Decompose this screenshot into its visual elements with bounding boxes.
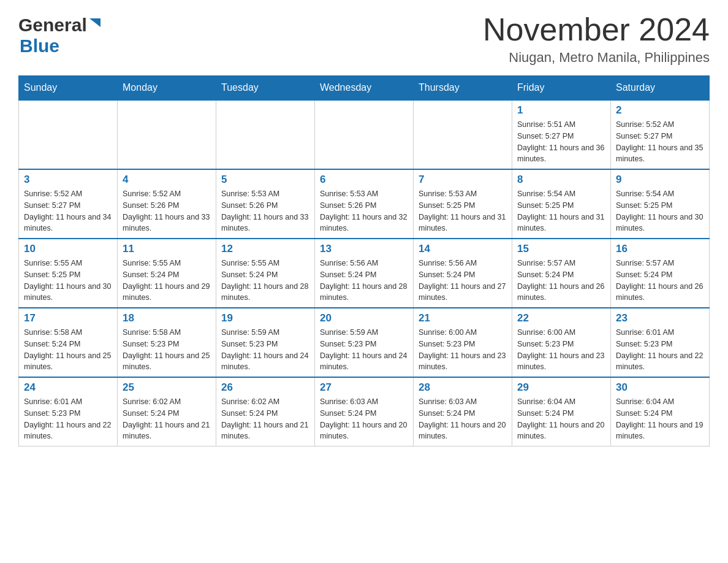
header-saturday: Saturday	[611, 76, 710, 101]
week-row-5: 24Sunrise: 6:01 AM Sunset: 5:23 PM Dayli…	[19, 377, 710, 446]
calendar-cell: 18Sunrise: 5:58 AM Sunset: 5:23 PM Dayli…	[118, 308, 216, 377]
calendar-cell: 23Sunrise: 6:01 AM Sunset: 5:23 PM Dayli…	[611, 308, 710, 377]
svg-marker-0	[89, 18, 100, 27]
logo-blue-text: Blue	[20, 36, 59, 56]
day-number: 18	[123, 312, 211, 324]
day-info: Sunrise: 6:03 AM Sunset: 5:24 PM Dayligh…	[419, 396, 507, 442]
calendar-cell: 13Sunrise: 5:56 AM Sunset: 5:24 PM Dayli…	[315, 239, 414, 308]
calendar-cell: 8Sunrise: 5:54 AM Sunset: 5:25 PM Daylig…	[512, 169, 611, 239]
calendar-cell: 9Sunrise: 5:54 AM Sunset: 5:25 PM Daylig…	[611, 169, 710, 239]
day-number: 23	[616, 312, 704, 324]
calendar-cell: 2Sunrise: 5:52 AM Sunset: 5:27 PM Daylig…	[611, 100, 710, 169]
calendar-header-row: Sunday Monday Tuesday Wednesday Thursday…	[19, 76, 710, 101]
calendar-cell: 29Sunrise: 6:04 AM Sunset: 5:24 PM Dayli…	[512, 377, 611, 446]
calendar-cell: 25Sunrise: 6:02 AM Sunset: 5:24 PM Dayli…	[118, 377, 216, 446]
day-number: 2	[616, 104, 704, 117]
day-info: Sunrise: 6:00 AM Sunset: 5:23 PM Dayligh…	[419, 327, 507, 373]
day-number: 21	[419, 312, 507, 324]
day-number: 15	[517, 243, 605, 255]
day-number: 5	[221, 174, 309, 186]
header-tuesday: Tuesday	[216, 76, 315, 101]
week-row-3: 10Sunrise: 5:55 AM Sunset: 5:25 PM Dayli…	[19, 239, 710, 308]
calendar-cell: 14Sunrise: 5:56 AM Sunset: 5:24 PM Dayli…	[414, 239, 512, 308]
day-info: Sunrise: 5:59 AM Sunset: 5:23 PM Dayligh…	[221, 327, 309, 373]
day-info: Sunrise: 5:55 AM Sunset: 5:24 PM Dayligh…	[221, 258, 309, 304]
header-sunday: Sunday	[19, 76, 118, 101]
calendar-cell: 19Sunrise: 5:59 AM Sunset: 5:23 PM Dayli…	[216, 308, 315, 377]
calendar-cell: 17Sunrise: 5:58 AM Sunset: 5:24 PM Dayli…	[19, 308, 118, 377]
calendar-cell: 10Sunrise: 5:55 AM Sunset: 5:25 PM Dayli…	[19, 239, 118, 308]
month-title: November 2024	[483, 12, 710, 47]
day-number: 4	[123, 174, 211, 186]
calendar-cell: 26Sunrise: 6:02 AM Sunset: 5:24 PM Dayli…	[216, 377, 315, 446]
calendar-cell: 15Sunrise: 5:57 AM Sunset: 5:24 PM Dayli…	[512, 239, 611, 308]
page-header: General Blue November 2024 Niugan, Metro…	[18, 12, 710, 66]
week-row-1: 1Sunrise: 5:51 AM Sunset: 5:27 PM Daylig…	[19, 100, 710, 169]
day-info: Sunrise: 5:53 AM Sunset: 5:26 PM Dayligh…	[320, 188, 408, 234]
calendar-cell: 30Sunrise: 6:04 AM Sunset: 5:24 PM Dayli…	[611, 377, 710, 446]
calendar-cell: 5Sunrise: 5:53 AM Sunset: 5:26 PM Daylig…	[216, 169, 315, 239]
logo-general-text: General	[18, 15, 87, 36]
calendar-cell: 22Sunrise: 6:00 AM Sunset: 5:23 PM Dayli…	[512, 308, 611, 377]
header-wednesday: Wednesday	[315, 76, 414, 101]
calendar-cell	[118, 100, 216, 169]
day-number: 29	[517, 381, 605, 394]
calendar-cell: 12Sunrise: 5:55 AM Sunset: 5:24 PM Dayli…	[216, 239, 315, 308]
day-info: Sunrise: 6:02 AM Sunset: 5:24 PM Dayligh…	[123, 396, 211, 442]
day-info: Sunrise: 6:03 AM Sunset: 5:24 PM Dayligh…	[320, 396, 408, 442]
header-thursday: Thursday	[414, 76, 512, 101]
day-info: Sunrise: 5:56 AM Sunset: 5:24 PM Dayligh…	[320, 258, 408, 304]
logo-arrow-icon	[88, 17, 102, 31]
day-info: Sunrise: 5:54 AM Sunset: 5:25 PM Dayligh…	[517, 188, 605, 234]
calendar-cell	[414, 100, 512, 169]
day-info: Sunrise: 6:00 AM Sunset: 5:23 PM Dayligh…	[517, 327, 605, 373]
logo: General Blue	[18, 12, 102, 56]
day-number: 19	[221, 312, 309, 324]
day-info: Sunrise: 6:02 AM Sunset: 5:24 PM Dayligh…	[221, 396, 309, 442]
day-number: 1	[517, 104, 605, 117]
day-number: 7	[419, 174, 507, 186]
day-info: Sunrise: 5:55 AM Sunset: 5:25 PM Dayligh…	[24, 258, 112, 304]
calendar-cell: 27Sunrise: 6:03 AM Sunset: 5:24 PM Dayli…	[315, 377, 414, 446]
calendar-cell: 21Sunrise: 6:00 AM Sunset: 5:23 PM Dayli…	[414, 308, 512, 377]
day-info: Sunrise: 5:54 AM Sunset: 5:25 PM Dayligh…	[616, 188, 704, 234]
calendar-cell: 3Sunrise: 5:52 AM Sunset: 5:27 PM Daylig…	[19, 169, 118, 239]
calendar-cell: 28Sunrise: 6:03 AM Sunset: 5:24 PM Dayli…	[414, 377, 512, 446]
day-info: Sunrise: 6:01 AM Sunset: 5:23 PM Dayligh…	[24, 396, 112, 442]
day-number: 30	[616, 381, 704, 394]
week-row-2: 3Sunrise: 5:52 AM Sunset: 5:27 PM Daylig…	[19, 169, 710, 239]
header-friday: Friday	[512, 76, 611, 101]
day-info: Sunrise: 5:53 AM Sunset: 5:25 PM Dayligh…	[419, 188, 507, 234]
calendar-cell: 7Sunrise: 5:53 AM Sunset: 5:25 PM Daylig…	[414, 169, 512, 239]
day-info: Sunrise: 5:51 AM Sunset: 5:27 PM Dayligh…	[517, 119, 605, 165]
day-info: Sunrise: 6:04 AM Sunset: 5:24 PM Dayligh…	[517, 396, 605, 442]
calendar-cell	[19, 100, 118, 169]
calendar-cell	[315, 100, 414, 169]
day-number: 17	[24, 312, 112, 324]
day-info: Sunrise: 5:55 AM Sunset: 5:24 PM Dayligh…	[123, 258, 211, 304]
calendar-cell: 1Sunrise: 5:51 AM Sunset: 5:27 PM Daylig…	[512, 100, 611, 169]
calendar-cell	[216, 100, 315, 169]
day-number: 3	[24, 174, 112, 186]
day-number: 24	[24, 381, 112, 394]
calendar-table: Sunday Monday Tuesday Wednesday Thursday…	[18, 75, 710, 446]
day-info: Sunrise: 5:57 AM Sunset: 5:24 PM Dayligh…	[517, 258, 605, 304]
day-info: Sunrise: 5:56 AM Sunset: 5:24 PM Dayligh…	[419, 258, 507, 304]
calendar-cell: 20Sunrise: 5:59 AM Sunset: 5:23 PM Dayli…	[315, 308, 414, 377]
day-info: Sunrise: 5:52 AM Sunset: 5:27 PM Dayligh…	[24, 188, 112, 234]
title-area: November 2024 Niugan, Metro Manila, Phil…	[483, 12, 710, 66]
day-info: Sunrise: 5:53 AM Sunset: 5:26 PM Dayligh…	[221, 188, 309, 234]
header-monday: Monday	[118, 76, 216, 101]
day-number: 10	[24, 243, 112, 255]
day-number: 12	[221, 243, 309, 255]
day-number: 16	[616, 243, 704, 255]
day-number: 11	[123, 243, 211, 255]
calendar-cell: 24Sunrise: 6:01 AM Sunset: 5:23 PM Dayli…	[19, 377, 118, 446]
day-number: 8	[517, 174, 605, 186]
day-number: 13	[320, 243, 408, 255]
day-number: 27	[320, 381, 408, 394]
day-number: 22	[517, 312, 605, 324]
day-info: Sunrise: 5:58 AM Sunset: 5:23 PM Dayligh…	[123, 327, 211, 373]
day-info: Sunrise: 6:04 AM Sunset: 5:24 PM Dayligh…	[616, 396, 704, 442]
day-info: Sunrise: 5:52 AM Sunset: 5:27 PM Dayligh…	[616, 119, 704, 165]
